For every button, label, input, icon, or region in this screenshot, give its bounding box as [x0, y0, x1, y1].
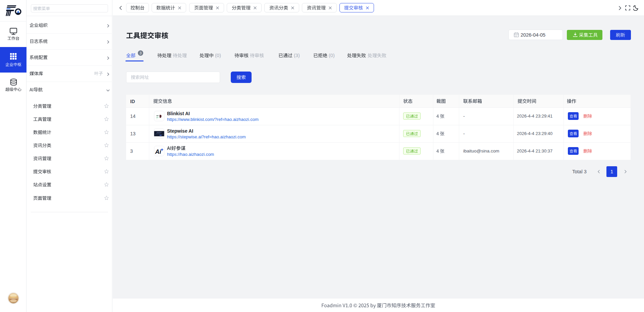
svg-text:Ai: Ai — [155, 148, 162, 155]
